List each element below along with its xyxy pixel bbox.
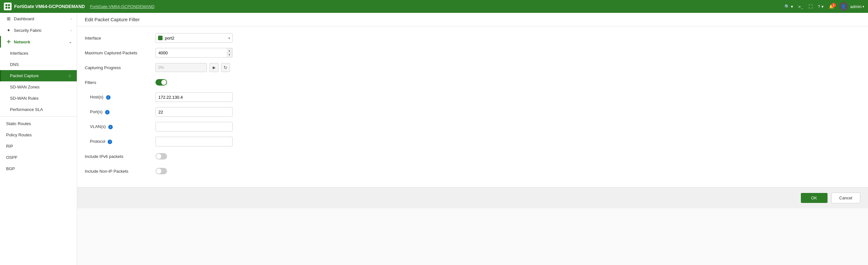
content-area: Edit Packet Capture Filter Interface por…	[77, 13, 868, 265]
vlan-info-icon[interactable]: i	[108, 125, 113, 129]
progress-bar: 0%	[155, 63, 207, 72]
sidebar-item-performance-sla[interactable]: Performance SLA	[0, 104, 77, 115]
footer-bar: OK Cancel	[77, 187, 868, 208]
sidebar-item-bgp[interactable]: BGP	[0, 163, 77, 174]
nonip-toggle[interactable]	[155, 168, 167, 174]
sidebar-item-interfaces[interactable]: Interfaces	[0, 48, 77, 59]
ipv6-toggle[interactable]	[155, 153, 167, 159]
protocol-control	[155, 137, 232, 146]
sidebar-item-network[interactable]: ✛ Network ⌄	[0, 36, 77, 48]
sidebar-label-dns: DNS	[10, 62, 19, 67]
ipv6-toggle-knob	[156, 154, 161, 159]
protocol-row: Protocol i	[85, 136, 860, 147]
avatar: 👤	[839, 2, 848, 11]
vlan-row: VLAN(s) i	[85, 122, 860, 132]
cancel-button[interactable]: Cancel	[831, 193, 860, 203]
terminal-icon[interactable]: >_	[798, 4, 803, 9]
sidebar-label-ospf: OSPF	[6, 155, 17, 160]
hostname-link[interactable]: FortiGate-VM64-GCPONDEMAND	[90, 4, 155, 9]
search-icon[interactable]: 🔍 ▾	[784, 4, 793, 9]
admin-chevron: ▾	[863, 5, 864, 8]
sidebar-item-sdwan-zones[interactable]: SD-WAN Zones	[0, 81, 77, 93]
interface-select-wrapper: port2 ▾	[155, 33, 232, 43]
filters-toggle-knob	[161, 80, 166, 85]
sidebar-item-security-fabric[interactable]: ✦ Security Fabric ›	[0, 24, 77, 36]
sidebar-item-packet-capture[interactable]: Packet Capture ☆	[0, 70, 77, 81]
ports-row: Port(s) i	[85, 107, 860, 117]
protocol-info-icon[interactable]: i	[107, 140, 112, 144]
sidebar-label-sdwan-rules: SD-WAN Rules	[10, 96, 38, 101]
sidebar-label-performance-sla: Performance SLA	[10, 107, 43, 112]
refresh-button[interactable]: ↻	[221, 63, 230, 72]
ports-label: Port(s) i	[85, 109, 155, 115]
ipv6-control	[155, 153, 167, 159]
nonip-label: Include Non-IP Packets	[85, 169, 155, 174]
hosts-info-icon[interactable]: i	[106, 95, 111, 100]
hosts-row: Host(s) i	[85, 92, 860, 102]
interface-label: Interface	[85, 36, 155, 40]
sidebar-label-security-fabric: Security Fabric	[14, 28, 42, 33]
page-title: Edit Packet Capture Filter	[85, 17, 140, 22]
max-packets-label: Maximum Captured Packets	[85, 51, 155, 55]
ports-input[interactable]	[155, 107, 232, 117]
network-icon: ✛	[6, 39, 11, 45]
capturing-progress-label: Capturing Progress	[85, 65, 155, 70]
protocol-label: Protocol i	[85, 139, 155, 144]
spinner-up[interactable]: ▲	[227, 49, 232, 53]
network-chevron: ⌄	[69, 40, 72, 44]
progress-wrapper: 0% ▶ ↻	[155, 63, 230, 72]
brand-logo-area: FortiGate VM64-GCPONDEMAND	[4, 3, 85, 10]
sidebar: ⊞ Dashboard › ✦ Security Fabric › ✛ Netw…	[0, 13, 77, 265]
form-area: Interface port2 ▾ Maximum Captured Packe…	[77, 26, 868, 187]
sidebar-label-policy-routes: Policy Routes	[6, 132, 31, 137]
brand-logo	[4, 3, 11, 10]
sidebar-label-static-routes: Static Routes	[6, 121, 31, 126]
vlan-label: VLAN(s) i	[85, 124, 155, 129]
max-packets-input[interactable]	[155, 48, 232, 58]
sidebar-item-ospf[interactable]: OSPF	[0, 152, 77, 163]
max-packets-input-wrapper: ▲ ▼	[155, 48, 232, 58]
dashboard-chevron: ›	[70, 17, 72, 21]
sidebar-item-dns[interactable]: DNS	[0, 59, 77, 70]
security-fabric-icon: ✦	[6, 28, 11, 33]
fullscreen-icon[interactable]: ⛶	[809, 4, 813, 9]
interface-control: port2 ▾	[155, 33, 232, 43]
page-header: Edit Packet Capture Filter	[77, 13, 868, 26]
sidebar-item-dashboard[interactable]: ⊞ Dashboard ›	[0, 13, 77, 24]
nonip-row: Include Non-IP Packets	[85, 166, 860, 176]
vlan-control	[155, 122, 232, 131]
ports-info-icon[interactable]: i	[105, 110, 110, 115]
play-button[interactable]: ▶	[210, 63, 218, 72]
help-icon[interactable]: ? ▾	[818, 4, 824, 9]
filters-row: Filters	[85, 77, 860, 87]
sidebar-label-bgp: BGP	[6, 166, 15, 171]
sidebar-label-packet-capture: Packet Capture	[10, 73, 39, 78]
hosts-input[interactable]	[155, 92, 232, 102]
packet-capture-star[interactable]: ☆	[68, 73, 72, 78]
security-fabric-chevron: ›	[70, 28, 72, 32]
sidebar-item-sdwan-rules[interactable]: SD-WAN Rules	[0, 93, 77, 104]
capturing-progress-row: Capturing Progress 0% ▶ ↻	[85, 62, 860, 73]
main-layout: ⊞ Dashboard › ✦ Security Fabric › ✛ Netw…	[0, 13, 868, 265]
notification-badge: 1	[831, 3, 836, 7]
ports-control	[155, 107, 232, 117]
number-spinners: ▲ ▼	[227, 49, 232, 57]
capturing-progress-control: 0% ▶ ↻	[155, 63, 230, 72]
sidebar-item-rip[interactable]: RIP	[0, 141, 77, 152]
sidebar-label-rip: RIP	[6, 144, 13, 149]
vlan-input[interactable]	[155, 122, 232, 131]
spinner-down[interactable]: ▼	[227, 53, 232, 57]
filters-label: Filters	[85, 80, 155, 85]
ok-button[interactable]: OK	[801, 193, 828, 203]
ipv6-row: Include IPv6 packets	[85, 151, 860, 161]
max-packets-row: Maximum Captured Packets ▲ ▼	[85, 48, 860, 58]
sidebar-item-static-routes[interactable]: Static Routes	[0, 118, 77, 129]
protocol-input[interactable]	[155, 137, 232, 146]
avatar-area[interactable]: 👤 admin ▾	[839, 2, 864, 11]
navbar: FortiGate VM64-GCPONDEMAND FortiGate-VM6…	[0, 0, 868, 13]
notification-icon[interactable]: 🔔 1	[829, 4, 834, 9]
filters-toggle[interactable]	[155, 79, 167, 86]
sidebar-item-policy-routes[interactable]: Policy Routes	[0, 129, 77, 141]
interface-select[interactable]: port2	[155, 33, 232, 43]
nonip-control	[155, 168, 167, 174]
